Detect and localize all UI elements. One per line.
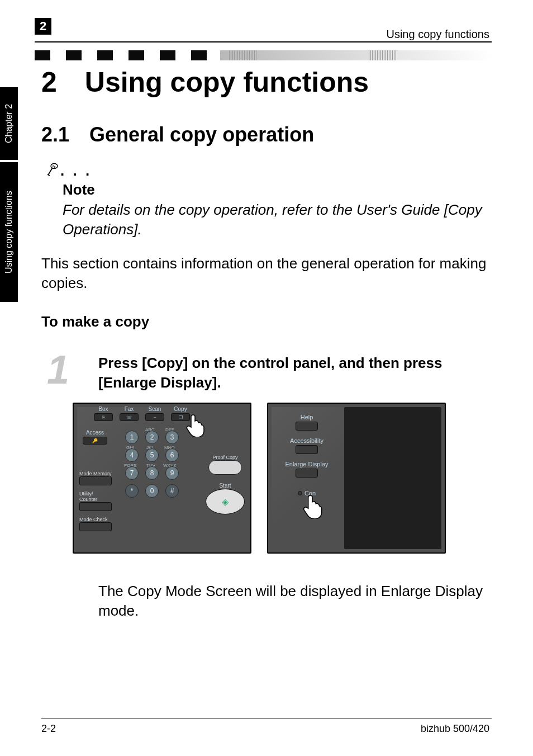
right-function-column: Proof Copy Start ◈	[206, 454, 245, 514]
footer-rule	[41, 719, 492, 719]
page: 2 Using copy functions Chapter 2 Using c…	[0, 0, 533, 756]
access-key-icon: 🔑	[83, 437, 107, 445]
start-label: Start	[219, 483, 231, 489]
model-name: bizhub 500/420	[421, 723, 489, 735]
fax-tab-label: Fax	[125, 406, 134, 412]
key-hash: #	[165, 484, 179, 498]
sidebar-chapter-tab: Chapter 2	[0, 87, 18, 160]
mode-tab-row: Box ⎘ Fax ☏ Scan ⌁ Copy ❐	[94, 406, 190, 421]
header: 2 Using copy functions	[0, 18, 533, 47]
fax-tab: Fax ☏	[120, 406, 139, 421]
key-7: 7	[125, 466, 139, 480]
step-1-number: 1	[47, 347, 69, 393]
left-function-column: Mode Memory Utility/ Counter Mode Check	[79, 471, 120, 531]
mode-check-label: Mode Check	[79, 517, 120, 522]
note-heading: Note	[63, 181, 95, 199]
step-1-text: Press [Copy] on the control panel, and t…	[98, 353, 488, 393]
decorative-stripes	[229, 50, 257, 60]
illustration-row: Box ⎘ Fax ☏ Scan ⌁ Copy ❐	[73, 403, 446, 554]
mode-memory-button	[79, 476, 112, 485]
key-5: 5	[145, 448, 159, 462]
key-4: 4	[125, 448, 139, 462]
enlarge-display-label: Enlarge Display	[285, 461, 328, 467]
section-title: 2.1 General copy operation	[41, 123, 314, 147]
key-0: 0	[145, 484, 159, 498]
chapter-title: 2 Using copy functions	[41, 66, 369, 98]
numeric-keypad: 1 2 3 4 5 6 7 8 9 * 0 #	[125, 431, 180, 499]
help-button	[296, 422, 318, 431]
utility-counter-label: Utility/ Counter	[79, 491, 120, 502]
touchscreen-area	[344, 407, 441, 549]
note-ellipsis: . . .	[60, 162, 92, 179]
running-header: Using copy functions	[386, 28, 489, 41]
box-tab: Box ⎘	[94, 406, 113, 421]
decorative-stripes	[369, 50, 397, 60]
control-panel-illustration: Box ⎘ Fax ☏ Scan ⌁ Copy ❐	[73, 403, 251, 554]
chapter-number-tab: 2	[35, 18, 51, 35]
header-rule	[35, 41, 492, 42]
access-button: Access 🔑	[83, 429, 107, 445]
proof-copy-button	[208, 460, 242, 475]
fax-tab-icon: ☏	[120, 413, 139, 421]
accessibility-button	[296, 445, 318, 454]
page-number: 2-2	[41, 723, 56, 735]
box-tab-icon: ⎘	[94, 413, 113, 421]
sidebar-section-tab: Using copy functions	[0, 162, 18, 302]
mode-memory-label: Mode Memory	[79, 471, 120, 476]
enlarge-display-illustration: Help Accessibility Enlarge Display Con	[267, 403, 446, 554]
decorative-tickbar	[35, 50, 492, 60]
box-tab-label: Box	[98, 406, 108, 412]
key-2: 2	[145, 431, 159, 444]
accessibility-label: Accessibility	[290, 437, 323, 444]
start-button: ◈	[206, 489, 245, 514]
hand-pointer-icon	[183, 413, 204, 434]
scan-tab: Scan ⌁	[145, 406, 164, 421]
proof-copy-label: Proof Copy	[212, 455, 237, 460]
key-8: 8	[145, 466, 159, 480]
scan-tab-label: Scan	[149, 406, 161, 412]
key-9: 9	[165, 466, 179, 480]
copy-tab-label: Copy	[174, 406, 187, 412]
enlarge-display-button	[296, 469, 318, 478]
intro-paragraph: This section contains information on the…	[41, 254, 488, 293]
note-icon	[46, 162, 59, 181]
note-body: For details on the copy operation, refer…	[63, 200, 488, 239]
accessibility-button-column: Help Accessibility Enlarge Display Con	[276, 414, 337, 497]
access-label: Access	[86, 429, 104, 436]
step-1-result-text: The Copy Mode Screen will be displayed i…	[98, 582, 488, 621]
hand-pointer-icon	[299, 493, 321, 514]
procedure-heading: To make a copy	[41, 313, 149, 330]
mode-check-button	[79, 522, 112, 531]
help-label: Help	[301, 414, 313, 420]
key-star: *	[125, 484, 139, 498]
scan-tab-icon: ⌁	[145, 413, 164, 421]
utility-counter-button	[79, 502, 112, 511]
key-6: 6	[165, 448, 179, 462]
key-3: 3	[165, 431, 179, 444]
key-1: 1	[125, 431, 139, 444]
